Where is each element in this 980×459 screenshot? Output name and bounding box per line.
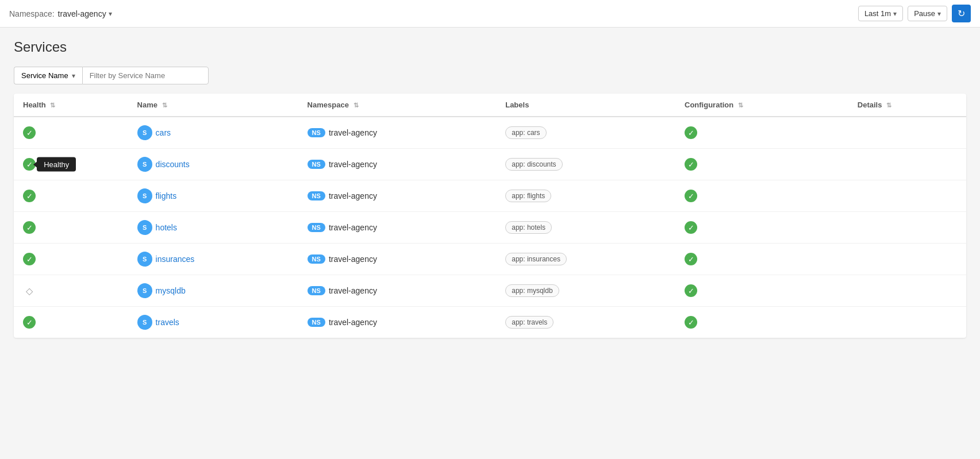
namespace-type-badge: NS <box>308 254 325 264</box>
health-warning-icon: ◇ <box>23 284 36 297</box>
label-badge: app: mysqldb <box>505 284 559 297</box>
health-cell: ✓ <box>14 180 128 212</box>
filter-dropdown-button[interactable]: Service Name ▾ <box>14 67 82 84</box>
col-details[interactable]: Details ⇅ <box>848 94 966 117</box>
labels-cell: app: travels <box>496 307 675 338</box>
table-row: ✓SflightsNStravel-agencyapp: flights✓ <box>14 180 966 212</box>
health-tooltip-wrapper: ✓ <box>23 126 36 139</box>
service-name-link[interactable]: hotels <box>156 223 177 232</box>
namespace-dropdown[interactable]: travel-agency ▾ <box>58 9 112 18</box>
labels-cell: app: flights <box>496 180 675 212</box>
namespace-chevron-icon: ▾ <box>109 10 112 18</box>
col-name[interactable]: Name ⇅ <box>128 94 298 117</box>
namespace-label: Namespace: <box>9 9 55 18</box>
col-namespace[interactable]: Namespace ⇅ <box>298 94 497 117</box>
config-ok-icon: ✓ <box>685 158 697 171</box>
labels-cell: app: insurances <box>496 244 675 275</box>
page-content: Services Service Name ▾ Health ⇅ Name ⇅ … <box>0 28 980 349</box>
configuration-cell: ✓ <box>675 307 848 338</box>
namespace-cell: NStravel-agency <box>298 180 497 212</box>
config-ok-icon: ✓ <box>685 253 697 265</box>
service-type-badge: S <box>137 220 152 235</box>
health-tooltip-wrapper: ✓ <box>23 316 36 329</box>
label-badge: app: hotels <box>505 221 552 234</box>
namespace-value: travel-agency <box>58 9 106 18</box>
name-cell: Sflights <box>128 180 298 212</box>
service-name-link[interactable]: insurances <box>156 254 195 264</box>
config-ok-icon: ✓ <box>685 190 697 202</box>
namespace-cell: NStravel-agency <box>298 117 497 149</box>
service-name-link[interactable]: discounts <box>156 160 190 169</box>
name-cell: Scars <box>128 117 298 149</box>
health-cell: ✓ <box>14 307 128 338</box>
details-sort-icon: ⇅ <box>886 102 891 109</box>
page-title: Services <box>14 39 966 55</box>
health-ok-icon: ✓ <box>23 253 36 265</box>
namespace-type-badge: NS <box>308 223 325 232</box>
health-tooltip-wrapper: ✓ <box>23 221 36 234</box>
col-labels[interactable]: Labels <box>496 94 675 117</box>
namespace-cell: NStravel-agency <box>298 275 497 307</box>
configuration-cell: ✓ <box>675 244 848 275</box>
time-range-chevron-icon: ▾ <box>893 10 897 18</box>
service-name-link[interactable]: cars <box>156 128 171 137</box>
health-ok-icon: ✓ <box>23 316 36 329</box>
health-cell: ◇ <box>14 275 128 307</box>
config-ok-icon: ✓ <box>685 284 697 297</box>
service-name-link[interactable]: mysqldb <box>156 286 186 295</box>
health-ok-icon: ✓ <box>23 126 36 139</box>
refresh-button[interactable]: ↻ <box>952 5 971 22</box>
health-sort-icon: ⇅ <box>50 102 55 109</box>
table-row: ✓ShotelsNStravel-agencyapp: hotels✓ <box>14 212 966 244</box>
label-badge: app: flights <box>505 190 551 202</box>
col-health[interactable]: Health ⇅ <box>14 94 128 117</box>
health-ok-icon: ✓ <box>23 158 36 171</box>
name-cell: Shotels <box>128 212 298 244</box>
top-bar: Namespace: travel-agency ▾ Last 1m ▾ Pau… <box>0 0 980 28</box>
health-ok-icon: ✓ <box>23 221 36 234</box>
col-configuration[interactable]: Configuration ⇅ <box>675 94 848 117</box>
name-cell: Sdiscounts <box>128 149 298 180</box>
health-tooltip-wrapper: ✓Healthy <box>23 158 36 171</box>
pause-label: Pause <box>914 9 935 18</box>
namespace-value: travel-agency <box>329 318 377 327</box>
services-table: Health ⇅ Name ⇅ Namespace ⇅ Labels Confi… <box>14 94 966 338</box>
config-ok-icon: ✓ <box>685 126 697 139</box>
label-badge: app: discounts <box>505 158 562 171</box>
configuration-cell: ✓ <box>675 180 848 212</box>
labels-cell: app: hotels <box>496 212 675 244</box>
service-name-link[interactable]: travels <box>156 318 179 327</box>
details-cell <box>848 149 966 180</box>
table-row: ✓SinsurancesNStravel-agencyapp: insuranc… <box>14 244 966 275</box>
filter-input[interactable] <box>82 67 209 84</box>
filter-chevron-icon: ▾ <box>72 72 75 80</box>
namespace-type-badge: NS <box>308 128 325 137</box>
configuration-cell: ✓ <box>675 212 848 244</box>
service-type-badge: S <box>137 315 152 330</box>
namespace-cell: NStravel-agency <box>298 244 497 275</box>
namespace-value: travel-agency <box>329 128 377 137</box>
service-type-badge: S <box>137 157 152 172</box>
configuration-cell: ✓ <box>675 275 848 307</box>
refresh-icon: ↻ <box>958 8 965 19</box>
table-body: ✓ScarsNStravel-agencyapp: cars✓✓HealthyS… <box>14 117 966 338</box>
namespace-cell: NStravel-agency <box>298 212 497 244</box>
service-type-badge: S <box>137 252 152 267</box>
details-cell <box>848 244 966 275</box>
table-row: ✓StravelsNStravel-agencyapp: travels✓ <box>14 307 966 338</box>
service-name-link[interactable]: flights <box>156 191 177 200</box>
label-badge: app: insurances <box>505 253 567 265</box>
pause-dropdown[interactable]: Pause ▾ <box>908 6 947 21</box>
label-badge: app: cars <box>505 126 546 139</box>
table-row: ✓HealthySdiscountsNStravel-agencyapp: di… <box>14 149 966 180</box>
namespace-type-badge: NS <box>308 318 325 327</box>
table-header: Health ⇅ Name ⇅ Namespace ⇅ Labels Confi… <box>14 94 966 117</box>
details-cell <box>848 275 966 307</box>
namespace-value: travel-agency <box>329 254 377 264</box>
table-row: ◇SmysqldbNStravel-agencyapp: mysqldb✓ <box>14 275 966 307</box>
time-range-dropdown[interactable]: Last 1m ▾ <box>858 6 903 21</box>
name-sort-icon: ⇅ <box>162 102 167 109</box>
configuration-cell: ✓ <box>675 117 848 149</box>
namespace-selector: Namespace: travel-agency ▾ <box>9 9 112 18</box>
details-cell <box>848 307 966 338</box>
